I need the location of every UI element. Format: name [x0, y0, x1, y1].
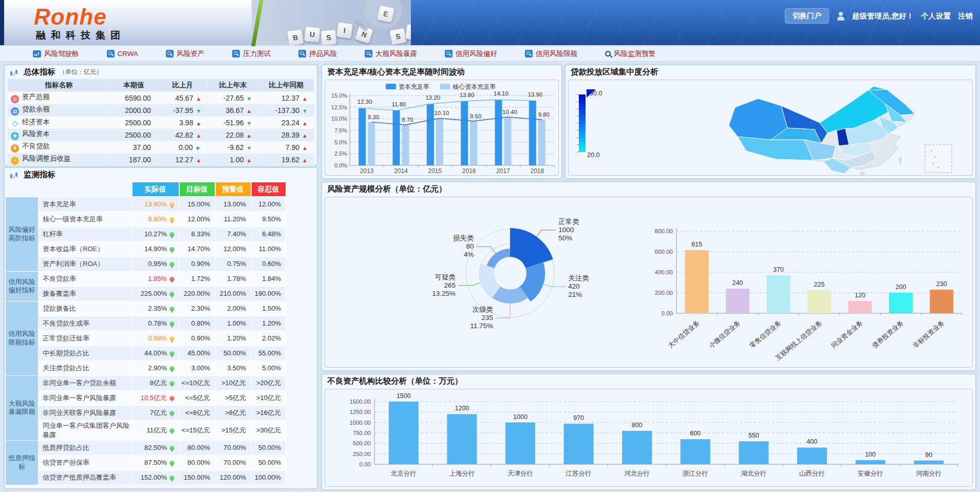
table-cell: 8亿元: [132, 375, 179, 390]
nav-item-3[interactable]: 风险资产: [166, 49, 204, 59]
status-bulb-icon: [169, 321, 174, 326]
table-row: ◇经济资本2500.003.98▲-51.96▼23.24▲: [8, 117, 314, 129]
app-header: BUSINESS Ronhe 融和科技集团 切换门户 超级管理员,您好！ 个人设…: [0, 0, 980, 45]
nav-item-4[interactable]: 压力测试: [232, 49, 271, 59]
panel-title-text: 不良资产机构比较分析（单位：万元）: [327, 376, 463, 387]
svg-text:零售信贷业务: 零售信贷业务: [748, 319, 782, 350]
column-header: 实际值: [132, 182, 179, 197]
bar-chart-icon: [10, 68, 20, 76]
table-cell: 220.00%: [179, 286, 215, 301]
doc-search-icon: [232, 50, 240, 58]
svg-text:1000.00: 1000.00: [349, 420, 371, 426]
svg-text:615: 615: [691, 241, 702, 248]
indicator-name: 拨备覆盖率: [39, 286, 132, 301]
table-row: 信用风险限额指标贷款拨备比2.35%2.30%2.00%1.50%: [6, 301, 286, 316]
npl-chart-area: 0.00250.00500.00750.001000.001250.001500…: [325, 389, 973, 487]
svg-text:1500.00: 1500.00: [349, 399, 371, 405]
risk-asset-rose-chart: 正常类100050%关注类42021%次级类23511.75%可疑类26513.…: [330, 197, 638, 368]
panel-title: 监测指标: [5, 168, 317, 181]
doc-search-icon: [107, 50, 115, 58]
group-label: 大额风险暴漏限额: [6, 375, 39, 440]
svg-text:200.00: 200.00: [655, 290, 673, 296]
table-cell: ▤贷款余额: [8, 104, 110, 117]
table-cell: 2.02%: [251, 331, 286, 346]
indicator-name: 不良贷款生成率: [39, 316, 132, 331]
table-cell: 22.08▲: [208, 129, 258, 141]
svg-text:天津分行: 天津分行: [507, 470, 533, 477]
table-row: ¥不良贷款37.000.00►-9.62▼7.90▲: [8, 141, 314, 154]
table-cell: 55.00%: [251, 346, 286, 361]
svg-text:9.30: 9.30: [368, 114, 379, 120]
svg-text:90.0: 90.0: [590, 90, 602, 97]
indicator-name: 非同业单一客户贷款余额: [39, 375, 132, 390]
nav-item-8[interactable]: 信用风险限额: [525, 49, 577, 59]
table-cell: 2.30%: [179, 301, 215, 316]
panel-title-unit: （单位：亿元）: [59, 68, 102, 77]
doc-search-icon: [525, 50, 533, 58]
status-bulb-icon: [169, 217, 174, 222]
svg-text:正常类: 正常类: [558, 218, 579, 225]
svg-text:250.00: 250.00: [353, 451, 371, 457]
table-cell: 1.84%: [251, 271, 286, 286]
npl-branch-panel: 不良资产机构比较分析（单位：万元） 0.00250.00500.00750.00…: [322, 374, 976, 490]
down-arrow-icon: ▼: [302, 108, 308, 114]
flat-arrow-icon: ►: [195, 144, 201, 152]
svg-text:河南分行: 河南分行: [916, 470, 941, 477]
banner-key-letter: U: [304, 26, 321, 43]
table-cell: 14.70%: [179, 241, 215, 256]
svg-text:0.0%: 0.0%: [334, 162, 347, 168]
table-cell: 13.90%: [132, 197, 179, 212]
table-row: 信贷资产抵质押品覆盖率152.00%150.00%120.00%100.00%: [6, 470, 286, 485]
nav-item-7[interactable]: 信用风险偏好: [445, 49, 497, 59]
svg-text:10.0%: 10.0%: [331, 116, 347, 122]
nav-item-1[interactable]: 风险驾驶舱: [33, 49, 79, 59]
table-cell: >5亿元: [215, 390, 251, 405]
logout-link[interactable]: 注销: [958, 11, 973, 21]
brand-logo: Ronhe: [34, 4, 107, 30]
svg-text:7.5%: 7.5%: [334, 127, 347, 134]
capital-chart-area: 0.0%2.5%5.0%7.5%10.0%12.5%15.0%12.309.30…: [325, 80, 559, 176]
search-icon: [605, 51, 611, 56]
nav-item-6[interactable]: 大额风险暴露: [365, 49, 417, 59]
down-arrow-icon: ▼: [196, 108, 201, 114]
bar-chart-icon: [10, 171, 20, 179]
svg-text:11.75%: 11.75%: [470, 322, 493, 330]
up-arrow-icon: ▲: [196, 133, 201, 139]
nav-item-9[interactable]: 风险监测预警: [605, 49, 655, 59]
nav-item-label: 压力测试: [243, 49, 271, 59]
svg-text:江苏分行: 江苏分行: [566, 470, 592, 477]
logo-area: Ronhe 融和科技集团: [4, 0, 252, 45]
switch-portal-button[interactable]: 切换门户: [785, 8, 829, 24]
column-header: 指标名称: [8, 79, 110, 92]
doc-search-icon: [365, 50, 372, 58]
panel-title-text: 贷款投放区域集中度分析: [571, 67, 658, 78]
table-cell: 19.62▲: [258, 154, 314, 166]
status-bulb-icon: [169, 446, 174, 450]
indicator-name: 贷款拨备比: [39, 301, 132, 316]
indicator-name: 核心一级资本充足率: [39, 212, 132, 226]
nav-item-label: 大额风险暴露: [375, 49, 417, 59]
panel-title: 总体指标 （单位：亿元）: [5, 65, 317, 79]
table-row: 杠杆率10.27%8.33%7.40%6.48%: [6, 226, 286, 241]
nav-item-5[interactable]: 押品风险: [298, 49, 337, 59]
nav-item-label: 信用风险限额: [536, 49, 577, 59]
table-cell: 10.27%: [132, 226, 179, 241]
svg-text:420: 420: [568, 282, 580, 290]
table-cell: 3.50%: [215, 361, 251, 375]
table-cell: <=10亿元: [179, 375, 215, 390]
table-cell: 15.00%: [179, 197, 215, 212]
svg-text:13.20: 13.20: [425, 94, 440, 101]
capital-adequacy-chart: 0.0%2.5%5.0%7.5%10.0%12.5%15.0%12.309.30…: [325, 80, 559, 176]
table-cell: >8亿元: [215, 405, 251, 420]
table-cell: >16亿元: [251, 405, 286, 420]
personal-settings-link[interactable]: 个人设置: [921, 11, 951, 21]
svg-text:240: 240: [732, 279, 743, 287]
nav-item-2[interactable]: CRWA: [107, 50, 139, 58]
table-cell: 12.37▲: [258, 92, 314, 104]
up-arrow-icon: ▲: [302, 133, 308, 139]
table-cell: -9.62▼: [208, 141, 258, 154]
table-cell: 1.20%: [215, 331, 251, 346]
svg-text:370: 370: [773, 266, 784, 273]
svg-text:10.40: 10.40: [502, 109, 517, 115]
table-cell: 0.90%: [179, 331, 215, 346]
